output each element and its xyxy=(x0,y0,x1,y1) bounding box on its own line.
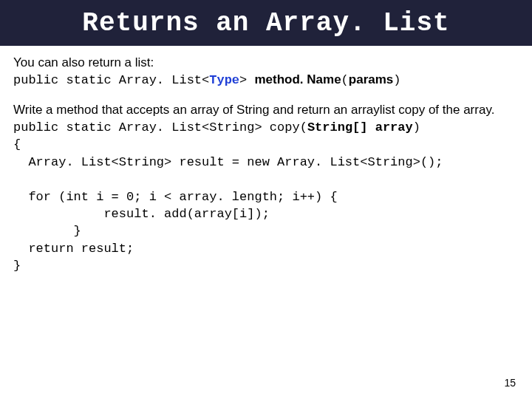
title-band: Returns an Array. List xyxy=(0,0,532,46)
content-area: You can also return a list: public stati… xyxy=(0,46,532,275)
sig-params: params xyxy=(349,72,393,86)
slide: Returns an Array. List You can also retu… xyxy=(0,0,532,399)
intro-line: You can also return a list: xyxy=(13,55,519,70)
sig-method-name: method. Name xyxy=(254,72,341,86)
method-signature: public static Array. List<Type> method. … xyxy=(13,72,519,88)
page-number: 15 xyxy=(504,377,516,389)
sig-type: Type xyxy=(209,73,239,87)
code-l7: } xyxy=(13,224,81,238)
code-l2: { xyxy=(13,137,21,151)
code-l8: return result; xyxy=(13,242,134,256)
code-block: public static Array. List<String> copy(S… xyxy=(13,119,519,275)
code-l1b: String[] array xyxy=(307,120,413,134)
sig-mid: > xyxy=(239,73,254,87)
code-l3: Array. List<String> result = new Array. … xyxy=(13,155,443,169)
exercise-prompt: Write a method that accepts an array of … xyxy=(13,102,519,117)
slide-title: Returns an Array. List xyxy=(82,8,449,38)
code-l1a: public static Array. List<String> copy( xyxy=(13,120,307,134)
code-l9: } xyxy=(13,259,21,273)
code-l6: result. add(array[i]); xyxy=(13,207,270,221)
sig-prefix: public static Array. List< xyxy=(13,73,209,87)
code-l5: for (int i = 0; i < array. length; i++) … xyxy=(13,190,338,204)
sig-paren-close: ) xyxy=(393,73,400,87)
sig-paren-open: ( xyxy=(341,73,349,87)
code-l1c: ) xyxy=(413,120,420,134)
intro-block: You can also return a list: public stati… xyxy=(13,55,519,89)
